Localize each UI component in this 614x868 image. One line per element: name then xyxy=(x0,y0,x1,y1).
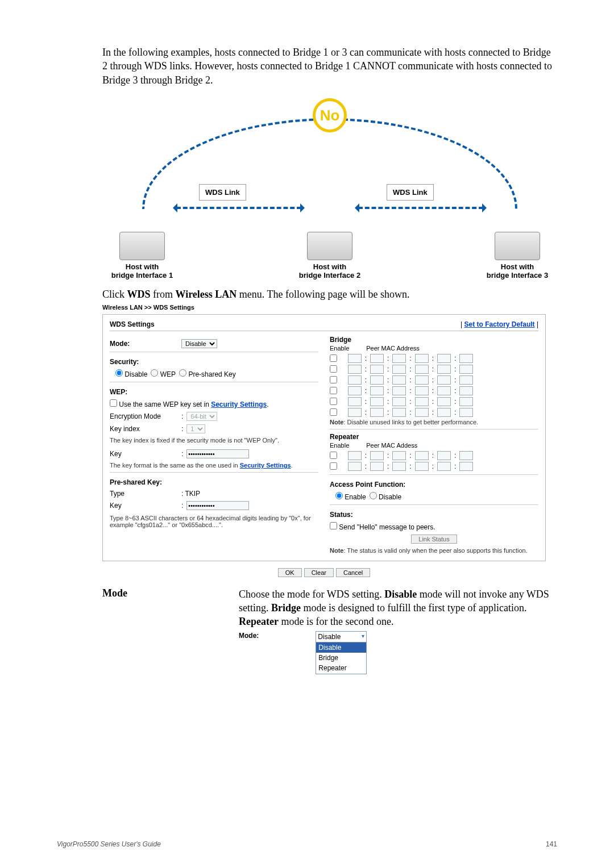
mini-mode-dropdown[interactable]: Disable ▾ Disable Bridge Repeater xyxy=(316,631,367,674)
mac-octet[interactable] xyxy=(348,386,362,395)
mac-octet[interactable] xyxy=(370,375,384,385)
bridge-header: Bridge xyxy=(330,336,538,344)
chevron-down-icon: ▾ xyxy=(362,632,364,641)
send-hello-checkbox[interactable]: Send "Hello" message to peers. xyxy=(330,522,435,531)
cancel-button[interactable]: Cancel xyxy=(336,568,370,577)
mac-octet[interactable] xyxy=(415,462,429,471)
ok-button[interactable]: OK xyxy=(278,568,302,577)
bridge-interface-3-label: bridge Interface 3 xyxy=(483,271,551,280)
router-icon xyxy=(307,232,352,260)
clear-button[interactable]: Clear xyxy=(304,568,334,577)
click-wds-instruction: Click WDS from Wireless LAN menu. The fo… xyxy=(102,289,557,301)
security-disable-radio[interactable]: Disable xyxy=(115,369,147,378)
bridge-row-6: ::::: xyxy=(330,408,538,417)
mac-octet[interactable] xyxy=(437,365,451,374)
mac-octet[interactable] xyxy=(437,408,451,417)
security-settings-link-2[interactable]: Security Settings xyxy=(240,462,291,469)
mac-octet[interactable] xyxy=(392,408,406,417)
repeater-enable-2[interactable] xyxy=(330,462,337,470)
mac-octet[interactable] xyxy=(348,375,362,385)
mac-octet[interactable] xyxy=(415,354,429,363)
mac-octet[interactable] xyxy=(370,354,384,363)
psk-label: Pre-shared Key: xyxy=(110,478,318,486)
mac-octet[interactable] xyxy=(348,365,362,374)
mac-octet[interactable] xyxy=(437,375,451,385)
mac-octet[interactable] xyxy=(392,397,406,406)
wds-link-label-2: WDS Link xyxy=(387,184,434,201)
bridge-enable-4[interactable] xyxy=(330,387,337,394)
footer-guide-title: VigorPro5500 Series User's Guide xyxy=(57,840,161,848)
bridge-row-1: ::::: xyxy=(330,354,538,363)
security-psk-radio[interactable]: Pre-shared Key xyxy=(179,369,236,378)
mac-octet[interactable] xyxy=(348,354,362,363)
link-status-button[interactable]: Link Status xyxy=(411,535,457,544)
apf-enable-radio[interactable]: Enable xyxy=(335,492,366,501)
host-with-label: Host with xyxy=(108,262,176,272)
wep-key-input[interactable] xyxy=(186,449,249,458)
mac-octet[interactable] xyxy=(459,375,473,385)
mini-mode-option-bridge[interactable]: Bridge xyxy=(316,653,366,663)
security-label: Security: xyxy=(110,358,318,366)
psk-key-label: Key xyxy=(110,502,178,510)
bridge-enable-2[interactable] xyxy=(330,365,337,373)
mini-mode-option-repeater[interactable]: Repeater xyxy=(316,663,366,673)
mac-octet[interactable] xyxy=(348,408,362,417)
mac-octet[interactable] xyxy=(459,354,473,363)
mac-octet[interactable] xyxy=(459,462,473,471)
wep-same-key-checkbox[interactable]: Use the same WEP key set in Security Set… xyxy=(110,399,269,408)
bridge-enable-3[interactable] xyxy=(330,376,337,383)
mac-octet[interactable] xyxy=(459,365,473,374)
mac-octet[interactable] xyxy=(392,462,406,471)
mac-octet[interactable] xyxy=(370,397,384,406)
bridge-enable-5[interactable] xyxy=(330,398,337,405)
mac-octet[interactable] xyxy=(370,451,384,460)
mac-octet[interactable] xyxy=(437,386,451,395)
mac-octet[interactable] xyxy=(370,408,384,417)
apf-disable-radio[interactable]: Disable xyxy=(370,492,401,501)
mac-octet[interactable] xyxy=(370,365,384,374)
wds-topology-diagram: No WDS Link WDS Link Host with bridge In… xyxy=(102,98,557,280)
mac-octet[interactable] xyxy=(437,462,451,471)
security-settings-link[interactable]: Security Settings xyxy=(211,400,267,408)
security-wep-radio[interactable]: WEP xyxy=(151,369,176,378)
key-format-note: The key format is the same as the one us… xyxy=(110,462,318,469)
mac-octet[interactable] xyxy=(437,397,451,406)
mac-octet[interactable] xyxy=(392,365,406,374)
mac-octet[interactable] xyxy=(459,451,473,460)
mac-octet[interactable] xyxy=(392,451,406,460)
psk-key-input[interactable] xyxy=(186,501,249,510)
encryption-mode-label: Encryption Mode xyxy=(110,412,178,420)
mac-octet[interactable] xyxy=(348,397,362,406)
router-icon xyxy=(119,232,165,260)
mode-description: Choose the mode for WDS setting. Disable… xyxy=(239,587,557,674)
mac-octet[interactable] xyxy=(415,386,429,395)
mac-octet[interactable] xyxy=(459,397,473,406)
repeater-enable-1[interactable] xyxy=(330,452,337,459)
mac-octet[interactable] xyxy=(415,397,429,406)
repeater-peer-mac-header: Peer MAC Addess xyxy=(366,442,417,449)
mini-mode-selected: Disable xyxy=(318,632,341,641)
intro-paragraph: In the following examples, hosts connect… xyxy=(102,45,557,87)
mac-octet[interactable] xyxy=(437,354,451,363)
mac-octet[interactable] xyxy=(392,386,406,395)
mini-mode-option-disable[interactable]: Disable xyxy=(316,642,366,653)
mac-octet[interactable] xyxy=(415,408,429,417)
bridge-enable-1[interactable] xyxy=(330,354,337,362)
mac-octet[interactable] xyxy=(370,462,384,471)
set-factory-default-link[interactable]: Set to Factory Default xyxy=(464,320,535,328)
mac-octet[interactable] xyxy=(348,451,362,460)
mac-octet[interactable] xyxy=(392,375,406,385)
bridge-enable-6[interactable] xyxy=(330,408,337,416)
mac-octet[interactable] xyxy=(415,375,429,385)
mac-octet[interactable] xyxy=(437,451,451,460)
bridge-row-5: ::::: xyxy=(330,397,538,406)
mac-octet[interactable] xyxy=(392,354,406,363)
mac-octet[interactable] xyxy=(459,408,473,417)
mac-octet[interactable] xyxy=(370,386,384,395)
mac-octet[interactable] xyxy=(415,451,429,460)
mode-select[interactable]: Disable xyxy=(181,339,217,348)
bridge-note: Note: Disable unused links to get better… xyxy=(330,419,538,425)
mac-octet[interactable] xyxy=(348,462,362,471)
mac-octet[interactable] xyxy=(459,386,473,395)
mac-octet[interactable] xyxy=(415,365,429,374)
